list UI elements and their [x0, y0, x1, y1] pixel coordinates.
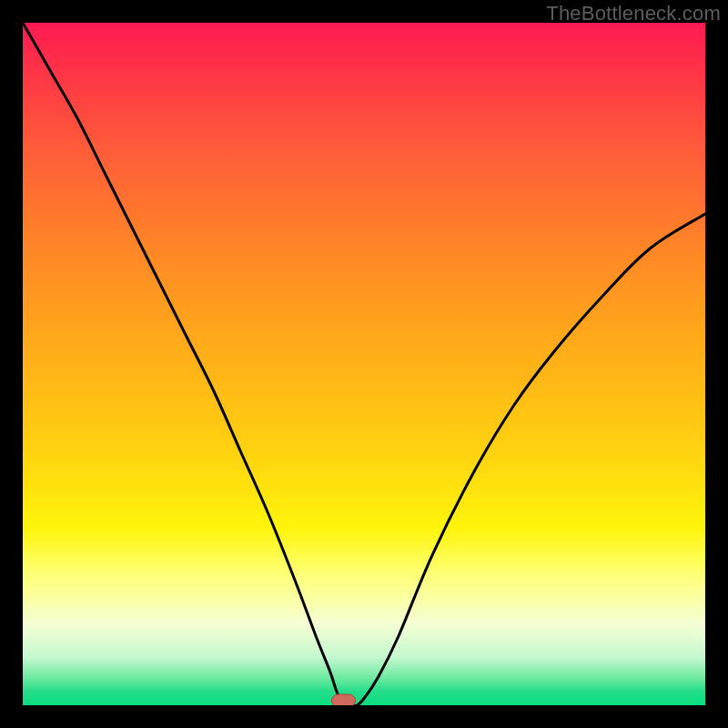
chart-svg	[23, 23, 705, 705]
chart-frame	[0, 0, 728, 728]
bottleneck-curve	[23, 23, 705, 705]
watermark-text: TheBottleneck.com	[546, 2, 721, 25]
plot-area	[23, 23, 705, 705]
minimum-marker	[332, 694, 356, 705]
